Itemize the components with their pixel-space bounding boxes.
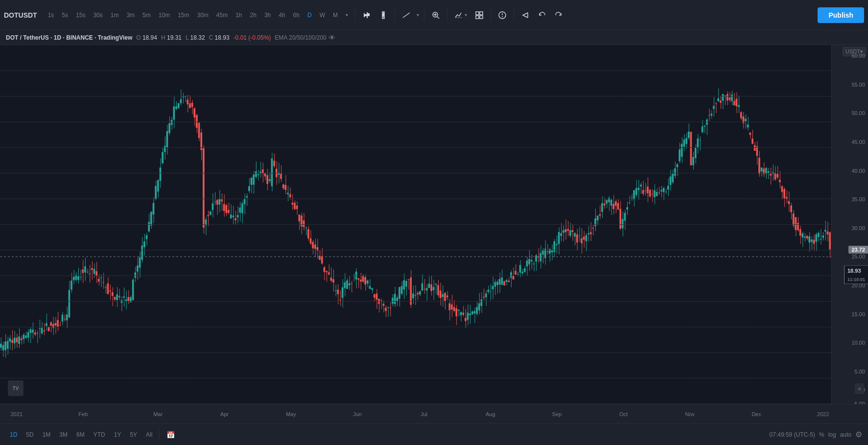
period-1d[interactable]: 1D [6,429,21,440]
y-axis-price-label: 45.00 [851,139,865,145]
x-axis-date-label: Jul [421,411,427,417]
tf-4h[interactable]: 4h [276,10,288,21]
replay-btn[interactable] [518,9,533,22]
eye-icon[interactable]: 👁 [328,34,335,42]
tf-M[interactable]: M [330,10,341,21]
bottom-bar: 1D 5D 1M 3M 6M YTD 1Y 5Y All 📅 07:49:59 … [0,423,868,445]
svg-rect-17 [480,16,483,19]
tf-1m[interactable]: 1m [108,10,122,21]
y-axis-price-label: 5.00 [855,369,865,375]
tradingview-logo: TV [7,379,24,397]
period-1y[interactable]: 1Y [110,429,125,440]
chevron-right-btn[interactable]: » [855,383,864,394]
y-axis-price-label: 10.00 [851,340,865,346]
period-5y[interactable]: 5Y [126,429,141,440]
change-value: -0.01 (-0.05%) [234,34,271,41]
x-axis-date-label: Feb [78,411,88,417]
percent-label[interactable]: % [819,431,824,438]
svg-point-20 [502,16,503,17]
tf-dropdown[interactable]: ▾ [343,10,351,20]
x-axis-date-label: Mar [153,411,163,417]
tf-2h[interactable]: 2h [247,10,259,21]
tf-15m[interactable]: 15m [175,10,192,21]
period-3m[interactable]: 3M [55,429,71,440]
x-axis-date-label: Apr [220,411,229,417]
high-value: H 19.31 [161,34,182,41]
svg-rect-2 [367,12,368,18]
svg-rect-15 [480,12,483,15]
chart-info-bar: DOT / TetherUS · 1D · BINANCE · TradingV… [0,30,868,45]
candle-type-btn[interactable] [376,9,391,22]
redo-btn[interactable] [551,9,566,22]
current-price-badge: 18.9311:10:01 [844,265,868,284]
x-axis-date-label: 2022 [817,411,829,417]
sep1 [355,8,355,22]
period-6m[interactable]: 6M [72,429,89,440]
timestamp: 07:49:59 (UTC-5) [770,431,815,438]
tf-1h[interactable]: 1h [233,10,245,21]
tf-6h[interactable]: 6h [290,10,303,21]
y-axis-price-label: 50.00 [851,110,865,116]
symbol-label: DOTUSDT [4,11,37,19]
tf-5s[interactable]: 5s [59,10,71,21]
tf-3m[interactable]: 3m [123,10,138,21]
auto-label[interactable]: auto [840,431,851,438]
tf-30s[interactable]: 30s [90,10,105,21]
bar-type-btn[interactable] [359,9,374,22]
y-axis: USDT▾ 60.0055.0050.0045.0040.0035.0030.0… [831,45,868,404]
tf-1s[interactable]: 1s [45,10,57,21]
bottom-sep [159,430,160,440]
indicators-btn[interactable]: ▾ [451,9,470,22]
undo-btn[interactable] [535,9,549,22]
y-axis-price-label: 25.00 [851,254,865,259]
y-axis-price-label: 15.00 [851,311,865,317]
log-label[interactable]: log [828,431,836,438]
low-value: L 18.32 [186,34,205,41]
alert-btn[interactable] [495,9,510,22]
tf-3h[interactable]: 3h [261,10,274,21]
svg-rect-1 [365,14,367,16]
tf-5m[interactable]: 5m [140,10,154,21]
y-axis-price-label: 60.00 [851,53,865,59]
tf-W[interactable]: W [317,10,328,21]
tf-15s[interactable]: 15s [73,10,88,21]
period-ytd[interactable]: YTD [90,429,109,440]
templates-btn[interactable] [472,9,487,22]
zoom-btn[interactable] [428,9,443,22]
calendar-btn[interactable]: 📅 [163,429,179,441]
x-axis: 2021FebMarAprMayJunJulAugSepOctNovDec202… [0,404,868,423]
price-badge: 23.72 [848,246,868,254]
symbol-full: DOT / TetherUS · 1D · BINANCE · TradingV… [6,34,132,41]
ema-label: EMA 20/50/100/200 👁 [275,34,335,42]
line-tool-dropdown[interactable]: ▾ [416,11,420,19]
y-axis-price-label: 55.00 [851,82,865,88]
sep3 [424,8,424,22]
line-tool-btn[interactable] [399,9,414,22]
y-axis-price-label: 30.00 [851,225,865,231]
period-1m[interactable]: 1M [39,429,55,440]
svg-rect-0 [364,13,365,17]
y-axis-price-label: 35.00 [851,196,865,202]
tf-D[interactable]: D [305,10,315,21]
svg-rect-5 [382,13,384,16]
sep5 [491,8,491,22]
tf-10m[interactable]: 10m [156,10,173,21]
period-5d[interactable]: 5D [22,429,37,440]
period-all[interactable]: All [142,429,156,440]
indicators-dropdown-arrow: ▾ [465,12,467,18]
sep2 [395,8,395,22]
settings-gear-btn[interactable]: ⚙ [855,430,862,439]
svg-rect-14 [476,12,479,15]
tf-30m[interactable]: 30m [194,10,211,21]
sep6 [514,8,514,22]
svg-rect-3 [368,13,370,16]
top-toolbar: DOTUSDT 1s 5s 15s 30s 1m 3m 5m 10m 15m 3… [0,0,868,30]
publish-button[interactable]: Publish [818,7,864,23]
tf-45m[interactable]: 45m [213,10,231,21]
y-axis-price-label: 40.00 [851,168,865,174]
x-axis-date-label: Dec [751,411,761,417]
x-axis-date-label: May [286,411,296,417]
chart-canvas[interactable]: TV [0,45,831,404]
x-axis-date-label: Nov [685,411,695,417]
close-value: C 18.93 [209,34,230,41]
